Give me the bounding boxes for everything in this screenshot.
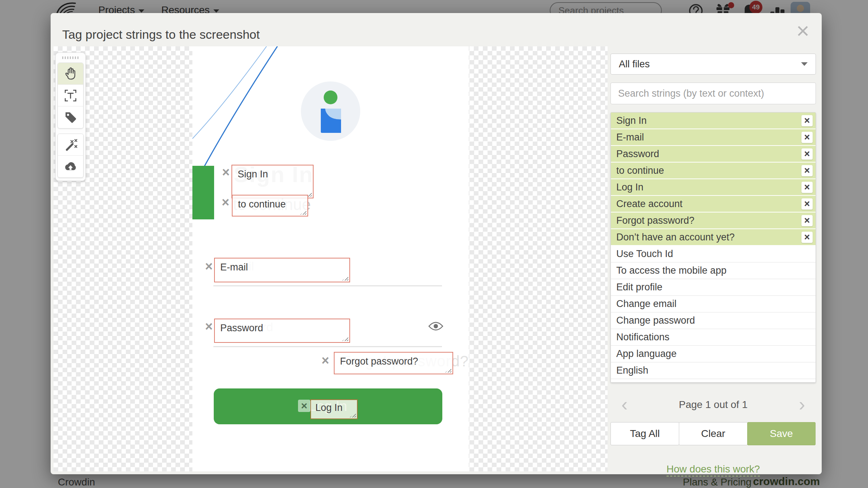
tag-all-button[interactable]: Tag All [610,422,679,445]
string-row[interactable]: Change email × [611,296,816,312]
page-indicator: Page 1 out of 1 [610,399,816,411]
untag-icon[interactable]: × [801,215,813,226]
capture-text-icon [63,88,78,104]
tagbox-forgot-password[interactable]: Forgot password? [334,352,453,374]
help-link-label: How does this work? [667,463,760,476]
help-link[interactable]: How does this work? [610,463,816,475]
app-logo [300,80,361,142]
string-label: Notifications [616,332,669,343]
tag-tool-button[interactable] [58,106,83,128]
clear-button[interactable]: Clear [679,422,748,445]
string-row[interactable]: E-mail × [611,129,816,146]
file-filter-value: All files [619,59,650,70]
password-visibility-icon [428,321,443,332]
modal-title: Tag project strings to the screenshot [62,28,260,42]
string-row[interactable]: Notifications × [611,329,816,346]
untag-icon[interactable]: × [801,132,813,143]
string-row[interactable]: Forgot password? × [611,213,816,229]
untag-icon[interactable]: × [801,148,813,160]
string-row[interactable]: Use Touch Id × [611,246,816,262]
untag-icon[interactable]: × [801,182,813,193]
string-row[interactable]: App language × [611,346,816,362]
string-label: English [616,365,648,376]
string-row[interactable]: English × [611,362,816,379]
tagbox-to-continue[interactable]: to continue [232,195,308,216]
strings-search-input[interactable] [610,83,816,104]
string-row[interactable]: Log In × [611,179,816,196]
tool-group-extra [58,134,84,178]
capture-text-tool-button[interactable] [58,85,83,106]
palette-drag-handle[interactable] [62,56,79,59]
string-row[interactable]: Edit profile × [611,279,816,296]
hand-icon [63,66,78,82]
string-label: Use Touch Id [616,248,673,260]
cloud-upload-icon [63,159,78,174]
string-label: Don’t have an account yet? [616,232,735,243]
hand-tool-button[interactable] [58,63,83,85]
string-label: Sign In [616,115,647,126]
untag-icon[interactable]: × [801,165,813,176]
magic-wand-icon [63,137,78,153]
modal-body: Sign In to continue E-mail Password Forg… [51,46,822,474]
tag-remove-icon[interactable]: × [222,196,229,209]
tagbox-log-in[interactable]: Log In [310,399,358,419]
upload-tool-button[interactable] [58,156,83,177]
screenshot-canvas[interactable]: Sign In to continue E-mail Password Forg… [54,46,608,471]
close-icon[interactable]: × [796,20,809,42]
string-label: Log In [616,182,643,193]
string-label: App language [616,348,677,359]
password-field-underline [213,346,442,347]
string-row[interactable]: Create account × [611,196,816,213]
tag-icon [63,109,78,125]
string-label: Forgot password? [616,215,694,226]
tag-strings-modal: Tag project strings to the screenshot × … [51,13,822,474]
screenshot-image: Sign In to continue E-mail Password Forg… [192,46,469,471]
tagbox-password[interactable]: Password [214,319,350,343]
tag-remove-icon[interactable]: × [322,354,329,367]
string-row[interactable]: to continue × [611,163,816,179]
string-row[interactable]: Change password × [611,312,816,329]
tool-palette [55,52,86,181]
string-row[interactable]: To access the mobile app × [611,262,816,279]
tag-remove-icon[interactable]: × [222,166,230,179]
untag-icon[interactable]: × [801,115,813,126]
tool-group-main [58,63,84,129]
string-row[interactable]: Sign In × [611,113,816,129]
string-label: Edit profile [616,282,663,293]
tag-remove-icon[interactable]: × [205,320,213,333]
string-label: To access the mobile app [616,265,727,276]
tagbox-email[interactable]: E-mail [214,258,350,282]
string-row[interactable]: Don’t have an account yet? × [611,229,816,246]
untag-icon[interactable]: × [801,232,813,243]
strings-list: Sign In × E-mail × Password × to continu… [610,112,816,383]
tagbox-sign-in[interactable]: Sign In [231,165,314,198]
email-field-underline [213,285,442,286]
tag-remove-icon[interactable]: × [205,260,213,273]
pagination: Page 1 out of 1 ‹ › [610,395,816,415]
string-label: E-mail [616,132,644,143]
string-label: Change email [616,298,677,310]
string-label: Change password [616,315,695,326]
tag-remove-icon[interactable]: × [298,400,310,412]
untag-icon[interactable]: × [801,198,813,210]
caret-down-icon [801,62,808,66]
save-button[interactable]: Save [747,422,816,445]
string-label: Create account [616,198,682,210]
shot-green-block [192,166,214,219]
string-label: to continue [616,165,664,176]
string-label: Password [616,148,659,160]
auto-tag-tool-button[interactable] [58,134,83,156]
panel-actions: Tag All Clear Save [610,422,816,445]
string-row[interactable]: Password × [611,146,816,163]
file-filter-select[interactable]: All files [610,54,816,75]
